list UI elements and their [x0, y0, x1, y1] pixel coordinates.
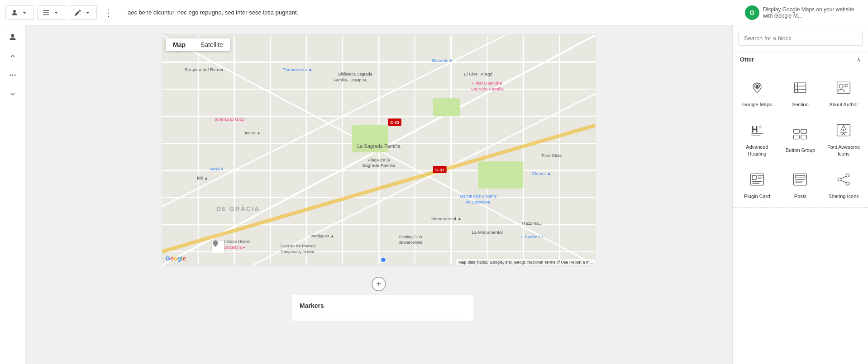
kebab-menu-btn[interactable]: ⋮	[100, 5, 117, 20]
svg-text:ició ▲: ició ▲	[197, 176, 208, 180]
satellite-btn[interactable]: Satellite	[193, 38, 230, 51]
svg-rect-90	[794, 135, 800, 139]
svg-rect-97	[752, 181, 762, 182]
about-author-label: About Author	[829, 101, 858, 108]
svg-rect-82	[844, 85, 849, 85]
google-maps-icon	[746, 77, 768, 99]
svg-text:Monumental ▲: Monumental ▲	[431, 216, 462, 221]
block-item-button-group[interactable]: Button Group	[780, 113, 821, 161]
block-item-google-maps[interactable]: Google Maps	[736, 71, 778, 112]
svg-point-7	[14, 75, 15, 76]
svg-text:Torre Glòric: Torre Glòric	[541, 153, 563, 158]
svg-text:A: A	[758, 124, 762, 130]
svg-text:Marcat dels Encants: Marcat dels Encants	[460, 194, 497, 199]
svg-text:Encants ♦: Encants ♦	[432, 58, 452, 63]
svg-text:Hotel Cataluña: Hotel Cataluña	[472, 80, 502, 85]
block-item-about-author[interactable]: About Author	[823, 71, 864, 112]
svg-text:Verdi ♦: Verdi ♦	[209, 166, 223, 171]
svg-point-0	[13, 10, 16, 13]
map-block: C-33 C-31 La Sagrada Família Plaça de la…	[162, 34, 596, 266]
otter-section-header[interactable]: Otter ∧	[733, 52, 868, 67]
google-maps-label: Google Maps	[742, 101, 772, 108]
plugin-card-label: Plugin Card	[744, 193, 770, 199]
block-description: Display Google Maps on your website with…	[763, 6, 863, 19]
block-search-input[interactable]	[738, 31, 863, 46]
svg-line-111	[841, 180, 846, 183]
button-group-label: Button Group	[786, 147, 815, 153]
about-author-icon	[833, 77, 854, 99]
svg-rect-76	[795, 83, 806, 93]
block-item-sharing-icons[interactable]: Sharing Icons	[823, 163, 864, 203]
svg-rect-83	[844, 86, 848, 87]
block-item-plugin-card[interactable]: Plugin Card	[736, 163, 778, 203]
svg-text:Verdaguer ▲: Verdaguer ▲	[310, 234, 334, 238]
map-type-controls: Map Satellite	[166, 38, 230, 51]
font-awesome-icon	[833, 119, 854, 141]
svg-text:La Sagrada Família: La Sagrada Família	[357, 143, 401, 149]
sharing-icons-label: Sharing Icons	[829, 193, 859, 199]
user-avatar[interactable]: G	[745, 5, 759, 20]
svg-rect-3	[43, 14, 49, 15]
map-btn[interactable]: Map	[166, 38, 193, 51]
svg-text:de Barcelona: de Barcelona	[398, 240, 422, 245]
svg-point-5	[10, 75, 11, 76]
person-toolbar-btn[interactable]	[5, 5, 33, 20]
svg-text:C-33: C-33	[390, 120, 399, 125]
google-logo: Google	[166, 255, 186, 262]
map-container[interactable]: C-33 C-31 La Sagrada Família Plaça de la…	[162, 35, 596, 265]
svg-text:Biblioteca Sagrada: Biblioteca Sagrada	[338, 72, 372, 76]
svg-text:de Barcelona: de Barcelona	[466, 200, 490, 204]
sidebar-scroll-down-btn[interactable]	[5, 86, 21, 102]
otter-section: Otter ∧ Google Maps	[733, 52, 868, 208]
pen-toolbar-btn[interactable]	[69, 5, 97, 20]
svg-rect-89	[801, 129, 807, 133]
svg-rect-2	[43, 12, 49, 13]
svg-rect-98	[752, 183, 759, 184]
svg-text:Senyora del Remei: Senyora del Remei	[185, 67, 223, 72]
svg-rect-1	[43, 10, 49, 11]
block-item-posts[interactable]: Posts	[780, 163, 821, 203]
svg-rect-88	[794, 129, 800, 133]
svg-text:DE GRÀCIA: DE GRÀCIA	[216, 205, 260, 213]
svg-text:El Clot · Aragó: El Clot · Aragó	[464, 71, 493, 76]
svg-point-6	[12, 75, 13, 76]
button-group-icon	[789, 123, 811, 144]
svg-point-108	[838, 178, 841, 181]
editor-area: C-33 C-31 La Sagrada Família Plaça de la…	[25, 25, 732, 364]
left-sidebar	[0, 25, 25, 364]
map-attribution: Map data ©2020 Google, Inst. Geogr. Naci…	[456, 259, 596, 265]
add-block-button[interactable]: +	[372, 277, 386, 291]
panel-search-area	[733, 25, 868, 52]
sidebar-person-btn[interactable]	[5, 29, 21, 45]
svg-text:Glòries ▲: Glòries ▲	[531, 171, 551, 176]
blocks-grid: Google Maps Section	[733, 67, 868, 207]
main-area: C-33 C-31 La Sagrada Família Plaça de la…	[0, 25, 868, 364]
svg-text:averna El Glop: averna El Glop	[215, 117, 245, 122]
map-svg: C-33 C-31 La Sagrada Família Plaça de la…	[162, 35, 596, 265]
otter-section-title: Otter	[740, 56, 754, 63]
block-item-section[interactable]: Section	[780, 71, 821, 112]
svg-point-81	[839, 84, 843, 88]
svg-text:Joanic ▲: Joanic ▲	[244, 131, 261, 135]
svg-rect-34	[478, 161, 524, 189]
svg-text:Casa de les Punxes: Casa de les Punxes	[279, 244, 315, 248]
advanced-heading-icon: H A	[746, 119, 768, 141]
svg-rect-96	[752, 175, 756, 180]
block-item-advanced-heading[interactable]: H A Advanced Heading	[736, 113, 778, 161]
list-toolbar-btn[interactable]	[37, 5, 65, 20]
svg-rect-91	[801, 135, 807, 139]
sidebar-scroll-up-btn[interactable]	[5, 48, 21, 64]
right-panel: Otter ∧ Google Maps	[732, 25, 868, 364]
font-awesome-label: Font Awesome Icons	[825, 144, 862, 157]
svg-point-75	[756, 85, 758, 88]
sidebar-dots-btn[interactable]	[5, 67, 21, 83]
section-icon	[789, 77, 811, 99]
svg-text:Phenomena ▲: Phenomena ▲	[282, 67, 312, 72]
svg-point-107	[846, 174, 849, 177]
svg-point-109	[846, 182, 849, 185]
svg-point-94	[843, 129, 844, 131]
block-item-font-awesome[interactable]: Font Awesome Icons	[823, 113, 864, 161]
posts-icon	[789, 169, 811, 190]
svg-rect-80	[837, 82, 850, 93]
sharing-icons-icon	[833, 169, 854, 190]
